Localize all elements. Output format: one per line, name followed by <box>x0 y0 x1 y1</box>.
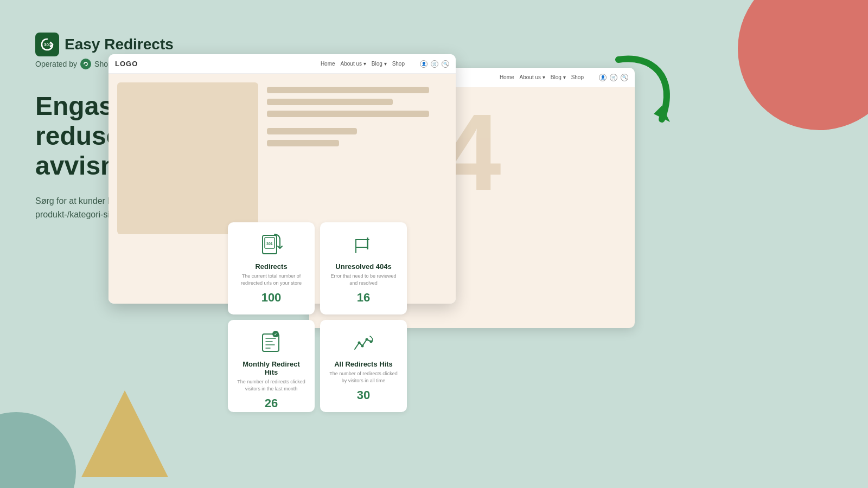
app-logo-icon: 301 <box>35 33 59 56</box>
unresolved-icon <box>350 233 376 257</box>
decorative-circle-top-right <box>738 0 868 130</box>
app-name: Easy Redirects <box>65 36 174 53</box>
svg-point-16 <box>366 338 368 341</box>
all-hits-title: All Redirects Hits <box>334 360 393 368</box>
redirects-number: 100 <box>261 291 282 305</box>
redirects-icon: 301 <box>258 233 284 257</box>
front-nav-icons: 👤 🛒 🔍 <box>420 60 449 68</box>
front-browser-logo: LOGO <box>115 60 138 68</box>
back-nav-home: Home <box>500 74 514 80</box>
monthly-desc: The number of redirects clicked visitors… <box>237 378 306 392</box>
browser-front-nav: LOGO Home About us ▾ Blog ▾ Shop 👤 🛒 🔍 <box>108 54 456 74</box>
decorative-circle-bottom-left <box>0 412 76 488</box>
svg-text:301: 301 <box>44 42 52 47</box>
stat-card-monthly: ✓ Monthly Redirect Hits The number of re… <box>228 320 315 412</box>
all-hits-icon <box>350 331 376 355</box>
redirects-desc: The current total number of redirected u… <box>237 273 306 286</box>
svg-point-15 <box>361 345 364 348</box>
back-nav-links: Home About us ▾ Blog ▾ Shop <box>500 74 584 80</box>
unresolved-number: 16 <box>357 291 370 305</box>
svg-text:301: 301 <box>266 242 273 246</box>
product-line-3 <box>267 111 429 117</box>
green-arrow-icon <box>608 49 694 136</box>
shop-circle-logo-icon <box>80 59 91 69</box>
product-line-4 <box>267 128 357 134</box>
all-hits-number: 30 <box>357 388 370 402</box>
monthly-number: 26 <box>265 396 278 410</box>
unresolved-title: Unresolved 404s <box>335 262 391 271</box>
monthly-title: Monthly Redirect Hits <box>237 360 306 376</box>
stat-card-redirects: 301 Redirects The current total number o… <box>228 222 315 314</box>
front-nav-links: Home About us ▾ Blog ▾ Shop <box>321 61 405 67</box>
front-nav-about: About us ▾ <box>341 61 366 67</box>
front-user-icon: 👤 <box>420 60 427 68</box>
back-nav-blog: Blog ▾ <box>551 74 566 80</box>
front-nav-home: Home <box>321 61 335 67</box>
product-line-5 <box>267 140 339 146</box>
all-hits-desc: The number of redirects clicked by visit… <box>329 370 398 384</box>
front-cart-icon: 🛒 <box>431 60 438 68</box>
logo-top: 301 Easy Redirects <box>35 33 252 56</box>
back-user-icon: 👤 <box>599 74 607 81</box>
stat-card-all-hits: All Redirects Hits The number of redirec… <box>320 320 407 412</box>
product-image-placeholder <box>117 82 258 234</box>
monthly-icon: ✓ <box>258 331 284 355</box>
product-line-1 <box>267 87 429 93</box>
operated-by-label: Operated by <box>35 60 77 68</box>
unresolved-desc: Error that need to be reviewed and resol… <box>329 273 398 286</box>
product-line-2 <box>267 99 393 105</box>
front-search-icon: 🔍 <box>442 60 449 68</box>
svg-text:✓: ✓ <box>274 332 277 336</box>
back-nav-shop: Shop <box>571 74 584 80</box>
front-nav-shop: Shop <box>392 61 405 67</box>
stats-area: 301 Redirects The current total number o… <box>228 222 407 412</box>
svg-rect-6 <box>367 237 368 249</box>
redirects-title: Redirects <box>255 262 287 271</box>
svg-point-1 <box>82 60 90 68</box>
decorative-triangle-bottom-left <box>81 390 168 477</box>
front-nav-blog: Blog ▾ <box>372 61 387 67</box>
back-nav-about: About us ▾ <box>520 74 545 80</box>
stat-card-unresolved: Unresolved 404s Error that need to be re… <box>320 222 407 314</box>
svg-point-14 <box>358 342 361 344</box>
